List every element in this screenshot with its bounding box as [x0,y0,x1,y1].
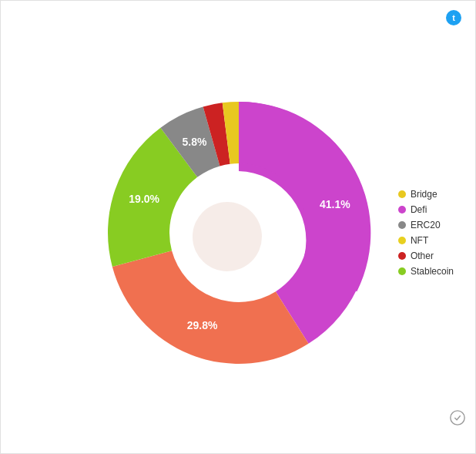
watermark-circle [193,202,262,271]
svg-point-0 [451,411,464,425]
chart-container: 41.1%29.8%19.0%5.8% BridgeDefiERC20NFTOt… [1,29,476,437]
twitter-badge: t [446,10,464,25]
label-nft: 19.0% [129,193,159,205]
twitter-icon: t [446,10,461,25]
legend-item-nft: NFT [398,235,454,246]
label-stablecoin: 29.8% [187,319,218,331]
legend-item-stablecoin: Stablecoin [398,266,454,277]
legend-item-defi: Defi [398,204,454,215]
legend-label-other: Other [411,251,434,261]
legend-dot-bridge [398,190,406,198]
legend-dot-stablecoin [398,267,406,275]
label-defi: 41.1% [320,198,350,210]
legend-item-bridge: Bridge [398,189,454,200]
legend-label-nft: NFT [411,235,428,246]
legend-dot-erc20 [398,221,406,229]
donut-svg-main: 41.1%29.8%19.0%5.8% [77,71,401,395]
legend-dot-defi [398,206,406,214]
legend-dot-nft [398,237,406,244]
donut-chart: 41.1%29.8%19.0%5.8% [77,71,401,395]
legend: BridgeDefiERC20NFTOtherStablecoin [398,189,454,277]
segment-stablecoin [112,251,309,364]
legend-item-other: Other [398,251,454,261]
legend-label-defi: Defi [411,204,427,215]
label-erc20: 5.8% [183,136,207,148]
legend-item-erc20: ERC20 [398,220,454,230]
legend-dot-other [398,252,406,260]
legend-label-stablecoin: Stablecoin [411,266,454,277]
legend-label-erc20: ERC20 [411,220,441,230]
legend-label-bridge: Bridge [411,189,437,200]
header: t [1,1,475,29]
verify-icon [449,409,466,426]
